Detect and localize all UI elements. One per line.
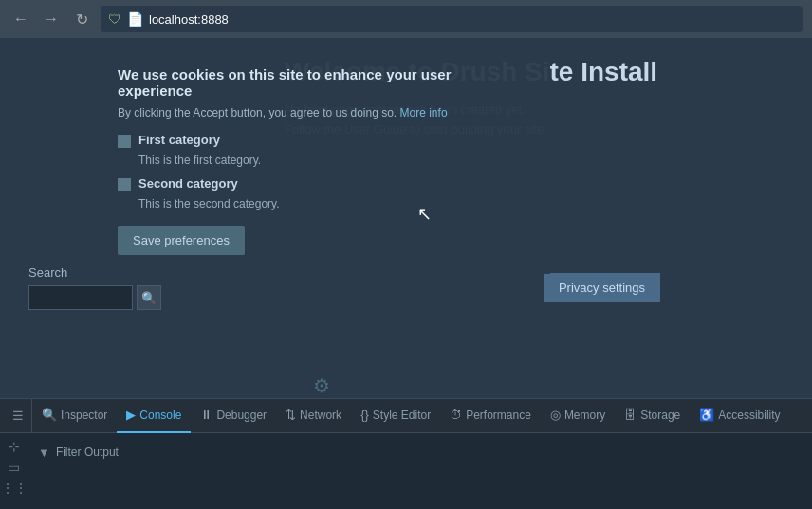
tab-inspector[interactable]: 🔍 Inspector <box>32 399 117 433</box>
filter-output-label: Filter Output <box>56 445 119 459</box>
style-editor-icon: {} <box>360 408 369 422</box>
first-category-label: First category <box>138 133 220 147</box>
devtools-panel: ☰ 🔍 Inspector ▶ Console ⏸ Debugger ⇅ Net… <box>0 398 812 509</box>
devtools-left-panel: ⊹ ▭ ⋮⋮ <box>0 433 28 509</box>
second-category-label: Second category <box>138 176 238 191</box>
back-button[interactable]: ← <box>9 8 32 30</box>
performance-icon: ⏱ <box>450 408 462 422</box>
first-category-row: First category <box>118 133 527 148</box>
devtools-tabs-bar: ☰ 🔍 Inspector ▶ Console ⏸ Debugger ⇅ Net… <box>0 399 812 433</box>
dt-more-icon[interactable]: ⋮⋮ <box>1 481 28 496</box>
save-preferences-button[interactable]: Save preferences <box>118 226 245 255</box>
accessibility-icon: ♿ <box>699 408 714 422</box>
storage-icon: 🗄 <box>624 408 637 422</box>
page-content-area: Search 🔍 Welcome to Drush Site Install N… <box>0 38 812 398</box>
tab-console[interactable]: ▶ Console <box>117 399 191 433</box>
cookie-banner: We use cookies on this site to enhance y… <box>95 47 550 274</box>
cookie-description: By clicking the Accept button, you agree… <box>118 106 527 119</box>
more-info-link[interactable]: More info <box>400 106 448 119</box>
network-icon: ⇅ <box>286 408 296 422</box>
second-category-desc: This is the second category. <box>138 197 527 210</box>
cursor: ↖ <box>417 204 432 225</box>
second-category-checkbox[interactable] <box>118 178 131 191</box>
forward-button[interactable]: → <box>40 8 63 30</box>
reload-button[interactable]: ↻ <box>70 8 93 30</box>
devtools-main-content: ▼ Filter Output <box>28 433 812 509</box>
second-category-row: Second category <box>118 176 527 191</box>
first-category-checkbox[interactable] <box>118 135 131 148</box>
filter-icon: ▼ <box>38 445 50 460</box>
devtools-expand-icon[interactable]: ☰ <box>12 409 24 423</box>
console-icon: ▶ <box>126 408 136 422</box>
devtools-content: ⊹ ▭ ⋮⋮ ▼ Filter Output <box>0 433 812 509</box>
page-icon: 📄 <box>127 11 143 27</box>
filter-bar: ▼ Filter Output <box>38 439 803 465</box>
gear-icon-area: ⚙ <box>313 374 330 397</box>
tab-memory[interactable]: ◎ Memory <box>541 399 615 433</box>
tab-debugger[interactable]: ⏸ Debugger <box>191 399 276 433</box>
tab-style-editor[interactable]: {} Style Editor <box>351 399 440 433</box>
privacy-settings-button[interactable]: Privacy settings <box>544 273 660 302</box>
tab-performance[interactable]: ⏱ Performance <box>440 399 541 433</box>
tab-storage[interactable]: 🗄 Storage <box>615 399 690 433</box>
inspector-icon: 🔍 <box>42 408 57 422</box>
gear-icon: ⚙ <box>313 375 330 396</box>
first-category-desc: This is the first category. <box>138 154 527 167</box>
url-text: localhost:8888 <box>149 12 795 27</box>
memory-icon: ◎ <box>550 408 561 422</box>
tab-network[interactable]: ⇅ Network <box>276 399 351 433</box>
address-bar[interactable]: 🛡 📄 localhost:8888 <box>101 6 803 32</box>
security-icon: 🛡 <box>108 11 121 27</box>
debugger-icon: ⏸ <box>200 408 212 422</box>
tab-accessibility[interactable]: ♿ Accessibility <box>690 399 789 433</box>
dt-cursor-icon[interactable]: ⊹ <box>9 439 20 454</box>
browser-chrome: ← → ↻ 🛡 📄 localhost:8888 <box>0 0 812 38</box>
dt-box-icon[interactable]: ▭ <box>8 460 20 475</box>
cookie-title: We use cookies on this site to enhance y… <box>118 66 527 99</box>
